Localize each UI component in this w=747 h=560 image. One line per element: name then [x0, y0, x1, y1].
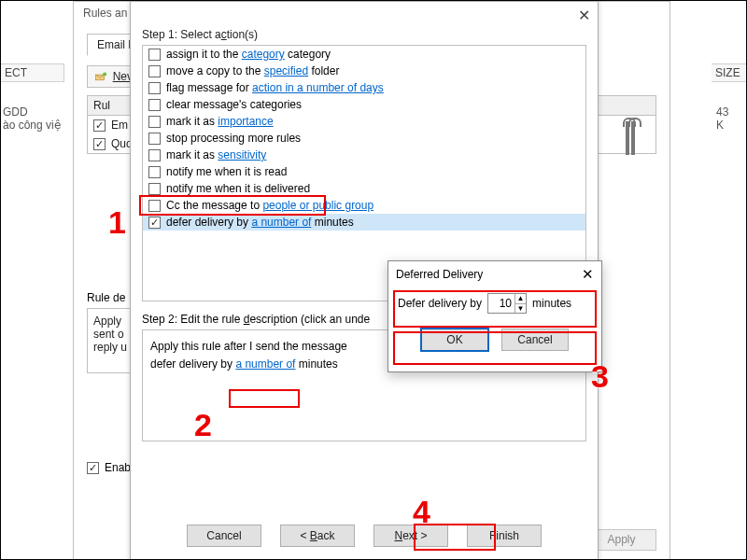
minutes-spinner[interactable]: ▲▼: [487, 293, 527, 314]
finish-button[interactable]: Finish: [467, 525, 542, 547]
checkbox-icon: [87, 462, 99, 474]
action-checkbox[interactable]: [148, 183, 161, 195]
next-button[interactable]: Next >: [374, 525, 448, 547]
close-button[interactable]: ✕: [582, 266, 594, 283]
rule-checkbox[interactable]: [93, 119, 106, 132]
spin-down-icon[interactable]: ▼: [515, 304, 526, 314]
svg-point-1: [103, 72, 106, 76]
desc-number-link[interactable]: a number of: [235, 357, 295, 371]
step1-label: Step 1: Select action(s): [131, 28, 598, 45]
ok-button[interactable]: OK: [421, 329, 488, 351]
col-subject[interactable]: ECT: [1, 63, 64, 82]
defer-label-pre: Defer delivery by: [398, 297, 482, 310]
minutes-input[interactable]: [488, 294, 514, 313]
spin-up-icon[interactable]: ▲: [515, 294, 526, 304]
cc-link[interactable]: people or public group: [262, 199, 374, 212]
msg-size: 43 K: [716, 105, 728, 132]
category-link[interactable]: category: [242, 48, 285, 61]
rule-checkbox[interactable]: [93, 138, 106, 150]
cancel-button[interactable]: Cancel: [187, 525, 261, 547]
action-checkbox[interactable]: [148, 149, 161, 161]
msg-subject: GDD: [1, 105, 61, 119]
action-checkbox[interactable]: [148, 82, 161, 94]
importance-link[interactable]: importance: [218, 115, 273, 128]
close-button[interactable]: ✕: [578, 7, 590, 24]
rule-name: Em: [111, 119, 128, 132]
enable-rules-checkbox[interactable]: Enab: [87, 461, 131, 474]
action-assign-category[interactable]: assign it to the category category: [143, 46, 585, 63]
action-notify-delivered[interactable]: notify me when it is delivered: [143, 180, 585, 197]
action-mark-sensitivity[interactable]: mark it as sensitivity: [143, 147, 585, 163]
deferred-delivery-dialog: Deferred Delivery ✕ Defer delivery by ▲▼…: [388, 260, 602, 372]
action-flag[interactable]: flag message for action in a number of d…: [143, 79, 585, 96]
action-checkbox[interactable]: [148, 116, 161, 128]
sensitivity-link[interactable]: sensitivity: [218, 148, 266, 161]
action-mark-importance[interactable]: mark it as importance: [143, 113, 585, 130]
action-move-copy[interactable]: move a copy to the specified folder: [143, 63, 585, 79]
action-checkbox[interactable]: [148, 133, 161, 145]
action-checkbox[interactable]: [148, 49, 161, 61]
action-checkbox[interactable]: [148, 200, 161, 212]
msg-preview: ào công việ: [1, 119, 61, 132]
enable-label: Enab: [105, 461, 131, 474]
new-rule-icon: [95, 69, 107, 84]
action-clear-categories[interactable]: clear message's categories: [143, 96, 585, 113]
action-checkbox[interactable]: [148, 166, 161, 178]
action-checkbox[interactable]: [148, 99, 161, 111]
tools-icon: [612, 121, 649, 168]
action-cc[interactable]: Cc the message to people or public group: [143, 197, 585, 214]
action-stop-processing[interactable]: stop processing more rules: [143, 130, 585, 147]
cancel-button[interactable]: Cancel: [501, 329, 569, 351]
action-checkbox[interactable]: [148, 65, 161, 77]
folder-link[interactable]: specified: [264, 64, 308, 77]
action-checkbox[interactable]: [148, 217, 161, 229]
defer-label-post: minutes: [532, 297, 571, 310]
col-size[interactable]: SIZE: [712, 63, 747, 82]
action-defer-delivery[interactable]: defer delivery by a number of minutes: [143, 214, 585, 231]
deferred-title: Deferred Delivery: [396, 268, 483, 281]
back-button[interactable]: < Back: [280, 525, 355, 547]
defer-minutes-link[interactable]: a number of: [251, 216, 311, 229]
action-notify-read[interactable]: notify me when it is read: [143, 163, 585, 180]
flag-link[interactable]: action in a number of days: [252, 81, 384, 94]
